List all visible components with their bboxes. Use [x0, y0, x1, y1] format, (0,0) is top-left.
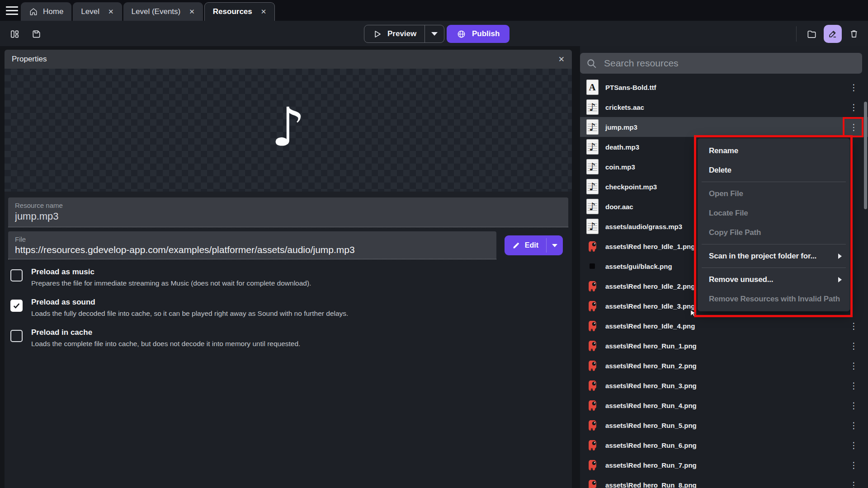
menu-item-label: Scan in the project folder for... [709, 252, 816, 261]
tab-label: Resources [213, 7, 252, 16]
open-folder-button[interactable] [803, 26, 820, 42]
menu-item-label: Open File [709, 189, 743, 198]
tab-close-icon[interactable]: ✕ [189, 8, 195, 16]
checkbox-unchecked[interactable] [10, 330, 23, 342]
menu-item-rename[interactable]: Rename [698, 141, 850, 160]
toolbar-left-group [6, 26, 44, 42]
file-label: File [15, 235, 490, 243]
resource-row[interactable]: assets\Red hero_Run_2.png⋮ [580, 356, 868, 375]
kebab-menu-icon[interactable]: ⋮ [849, 381, 858, 390]
hamburger-menu-icon[interactable] [0, 0, 21, 21]
kebab-menu-icon[interactable]: ⋮ [849, 441, 858, 450]
menu-item-delete[interactable]: Delete [698, 160, 850, 180]
tab-close-icon[interactable]: ✕ [108, 8, 114, 16]
kebab-menu-icon[interactable]: ⋮ [849, 342, 858, 350]
menu-divider [702, 244, 846, 244]
menu-item-remove-resources-with-invalid-path: Remove Resources with Invalid Path [698, 289, 850, 309]
preload-option-desc: Loads the complete file into cache, but … [31, 340, 300, 348]
toolbar-divider [796, 26, 797, 42]
resource-row[interactable]: assets\Red hero_Run_8.png⋮ [580, 475, 868, 488]
kebab-menu-icon[interactable]: ⋮ [849, 103, 858, 112]
kebab-menu-icon[interactable]: ⋮ [849, 421, 858, 430]
tab-close-icon[interactable]: ✕ [261, 8, 267, 16]
resource-row[interactable]: assets\Red hero_Idle_4.png⋮ [580, 316, 868, 336]
resource-name: checkpoint.mp3 [605, 183, 657, 191]
checkbox-unchecked[interactable] [10, 269, 23, 282]
scrollbar-thumb[interactable] [864, 102, 867, 209]
preload-option-preload-in-cache: Preload in cacheLoads the complete file … [10, 328, 561, 348]
menu-divider [702, 182, 846, 182]
mouse-cursor [689, 309, 698, 318]
close-icon[interactable]: ✕ [558, 55, 565, 64]
resource-row[interactable]: assets\Red hero_Run_1.png⋮ [580, 336, 868, 356]
resource-name: assets\Red hero_Run_3.png [605, 382, 697, 389]
submenu-arrow-icon [838, 277, 842, 282]
resource-row[interactable]: assets\Red hero_Run_5.png⋮ [580, 415, 868, 435]
tab-resources[interactable]: Resources✕ [204, 2, 275, 21]
kebab-menu-icon[interactable]: ⋮ [849, 461, 858, 469]
edit-mode-button[interactable] [824, 25, 842, 43]
edit-options-dropdown[interactable] [547, 235, 563, 255]
resource-row[interactable]: assets\Red hero_Run_7.png⋮ [580, 455, 868, 475]
globe-icon [457, 29, 466, 39]
publish-button[interactable]: Publish [447, 25, 509, 43]
chevron-down-icon [552, 244, 557, 247]
preload-option-preload-as-sound: Preload as soundLoads the fully decoded … [10, 298, 561, 318]
file-field[interactable]: File https://resources.gdevelop-app.com/… [8, 231, 496, 259]
red-hero-sprite-icon [585, 479, 599, 488]
menu-item-remove-unused[interactable]: Remove unused... [698, 270, 850, 289]
kebab-menu-icon[interactable]: ⋮ [849, 123, 858, 131]
kebab-menu-icon[interactable]: ⋮ [849, 401, 858, 410]
edit-split-button: Edit [505, 235, 563, 255]
project-manager-button[interactable] [6, 26, 23, 42]
preload-option-text: Preload as musicPrepares the file for im… [31, 267, 311, 287]
red-hero-sprite-icon [585, 300, 599, 312]
resource-name-field[interactable]: Resource name jump.mp3 [8, 197, 568, 227]
edit-button[interactable]: Edit [505, 235, 546, 255]
resource-row[interactable]: ♪crickets.aac⋮ [580, 97, 868, 117]
resource-name: assets\Red hero_Run_1.png [605, 342, 697, 350]
home-icon [29, 7, 38, 16]
resource-row[interactable]: APTSans-Bold.ttf⋮ [580, 77, 868, 97]
preload-option-text: Preload as soundLoads the fully decoded … [31, 298, 348, 318]
preview-split-button: Preview [364, 25, 444, 43]
menu-item-label: Copy File Path [709, 228, 761, 237]
search-input[interactable]: Search resources [580, 53, 862, 74]
resource-row[interactable]: assets\Red hero_Run_3.png⋮ [580, 375, 868, 395]
tab-level-events[interactable]: Level (Events)✕ [123, 2, 203, 21]
resource-name: assets\Red hero_Run_8.png [605, 481, 697, 488]
save-button[interactable] [28, 26, 44, 42]
tab-home[interactable]: Home [21, 2, 71, 21]
delete-button[interactable] [846, 26, 862, 42]
kebab-menu-icon[interactable]: ⋮ [849, 361, 858, 370]
audio-file-icon: ♪ [585, 99, 599, 115]
resource-name-label: Resource name [15, 202, 561, 209]
checkbox-checked[interactable] [10, 300, 23, 312]
resource-row[interactable]: ♪jump.mp3⋮ [580, 117, 868, 137]
music-note-icon: ♪ [271, 100, 305, 154]
resource-row[interactable]: assets\Red hero_Run_4.png⋮ [580, 395, 868, 415]
preview-button[interactable]: Preview [364, 25, 425, 42]
layout-panels-icon [9, 29, 20, 39]
menu-divider [702, 267, 846, 268]
preload-options: Preload as musicPrepares the file for im… [10, 267, 561, 348]
kebab-menu-icon[interactable]: ⋮ [849, 322, 858, 330]
menu-item-scan-in-the-project-folder-for[interactable]: Scan in the project folder for... [698, 246, 850, 266]
audio-file-icon: ♪ [585, 159, 599, 174]
pencil-icon [512, 241, 520, 249]
resource-name: assets\Red hero_Run_2.png [605, 362, 697, 370]
preload-option-preload-as-music: Preload as musicPrepares the file for im… [10, 267, 561, 287]
resource-name: coin.mp3 [605, 163, 635, 171]
preview-options-dropdown[interactable] [425, 25, 444, 42]
resource-name: crickets.aac [605, 103, 644, 111]
kebab-menu-icon[interactable]: ⋮ [849, 481, 858, 488]
kebab-menu-icon[interactable]: ⋮ [849, 83, 858, 92]
tab-level[interactable]: Level✕ [73, 2, 122, 21]
pencil-icon [828, 29, 838, 39]
red-hero-sprite-icon [585, 399, 599, 412]
preload-option-label: Preload as sound [31, 298, 348, 307]
resource-name: assets\Red hero_Run_7.png [605, 461, 697, 469]
menu-item-label: Rename [709, 146, 738, 155]
resource-row[interactable]: assets\Red hero_Run_6.png⋮ [580, 435, 868, 455]
resource-name: assets\Red hero_Idle_4.png [605, 322, 695, 330]
